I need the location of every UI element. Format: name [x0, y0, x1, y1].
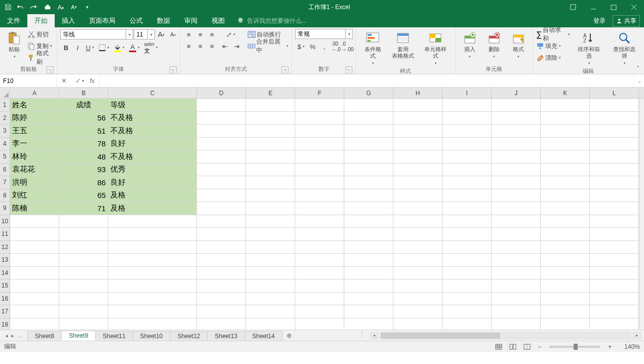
cell-G15[interactable] [344, 279, 393, 293]
cell-D7[interactable] [197, 176, 246, 189]
cell-I10[interactable] [442, 215, 492, 228]
tab-view[interactable]: 视图 [205, 14, 232, 27]
decrease-decimal-button[interactable]: .0→.00 [342, 41, 353, 52]
cell-E6[interactable] [246, 164, 295, 177]
row-header-12[interactable]: 12 [0, 241, 10, 254]
cell-G8[interactable] [344, 189, 393, 203]
cell-E2[interactable] [246, 112, 295, 125]
cell-J4[interactable] [492, 138, 541, 151]
cell-E11[interactable] [246, 228, 295, 241]
sheet-tab-Sheet9[interactable]: Sheet9 [61, 331, 96, 341]
cell-I7[interactable] [442, 176, 492, 189]
align-middle-button[interactable]: ≡ [195, 29, 206, 40]
increase-decimal-button[interactable]: .00→.0 [331, 41, 342, 52]
cell-B17[interactable] [59, 305, 108, 318]
cell-I4[interactable] [442, 138, 492, 151]
alignment-launcher[interactable]: ⤡ [281, 66, 289, 73]
row-header-10[interactable]: 10 [0, 215, 10, 228]
column-header-C[interactable]: C [108, 88, 197, 98]
cell-L4[interactable] [590, 138, 639, 151]
delete-cells-button[interactable]: 删除▾ [483, 29, 505, 60]
cell-B5[interactable]: 48 [59, 150, 108, 164]
cell-L8[interactable] [590, 189, 639, 203]
horizontal-scrollbar[interactable] [380, 332, 631, 339]
cell-B18[interactable] [59, 318, 108, 330]
cell-B7[interactable]: 86 [59, 176, 108, 189]
column-header-A[interactable]: A [10, 88, 59, 98]
cell-K7[interactable] [541, 176, 590, 189]
sheet-tab-Sheet8[interactable]: Sheet8 [27, 331, 62, 341]
cell-H8[interactable] [393, 189, 442, 203]
qat-customize[interactable]: ▾ [81, 2, 93, 13]
column-header-L[interactable]: L [590, 88, 639, 98]
number-launcher[interactable]: ⤡ [345, 66, 352, 73]
cell-I16[interactable] [442, 293, 492, 306]
cell-D15[interactable] [197, 279, 246, 293]
cell-F10[interactable] [295, 215, 344, 228]
cell-K12[interactable] [541, 241, 590, 254]
cell-H5[interactable] [393, 150, 442, 164]
cell-F14[interactable] [295, 267, 344, 280]
cell-A11[interactable] [10, 228, 59, 241]
underline-button[interactable]: U▾ [84, 42, 96, 53]
cell-D10[interactable] [197, 215, 246, 228]
row-header-3[interactable]: 3 [0, 125, 10, 138]
cell-J12[interactable] [492, 241, 541, 254]
tab-file[interactable]: 文件 [0, 14, 27, 27]
cell-A1[interactable]: 姓名 [10, 99, 59, 112]
zoom-out-button[interactable]: − [536, 343, 543, 350]
cell-A15[interactable] [10, 279, 59, 293]
cell-B2[interactable]: 56 [59, 112, 108, 125]
cell-H2[interactable] [393, 112, 442, 125]
cell-H16[interactable] [393, 293, 442, 306]
row-header-7[interactable]: 7 [0, 176, 10, 189]
format-painter-button[interactable]: 格式刷 [27, 52, 54, 63]
cell-C2[interactable]: 不及格 [108, 112, 197, 125]
cell-I18[interactable] [442, 318, 492, 330]
cell-H15[interactable] [393, 279, 442, 293]
cell-H3[interactable] [393, 125, 442, 138]
cell-A14[interactable] [10, 267, 59, 280]
cell-B3[interactable]: 51 [59, 125, 108, 138]
cell-J3[interactable] [492, 125, 541, 138]
cell-L9[interactable] [590, 202, 639, 215]
cell-H7[interactable] [393, 176, 442, 189]
cell-C18[interactable] [108, 318, 197, 330]
cell-F3[interactable] [295, 125, 344, 138]
row-header-13[interactable]: 13 [0, 254, 10, 267]
cell-F4[interactable] [295, 138, 344, 151]
cancel-formula-button[interactable]: ✕ [57, 74, 71, 87]
cell-L12[interactable] [590, 241, 639, 254]
cell-C5[interactable]: 不及格 [108, 150, 197, 164]
cell-E14[interactable] [246, 267, 295, 280]
cell-I1[interactable] [442, 99, 492, 112]
tell-me-search[interactable]: 告诉我您想要做什么... [232, 14, 312, 27]
cell-H10[interactable] [393, 215, 442, 228]
cell-J6[interactable] [492, 164, 541, 177]
cell-G7[interactable] [344, 176, 393, 189]
cell-E4[interactable] [246, 138, 295, 151]
cell-E12[interactable] [246, 241, 295, 254]
tab-layout[interactable]: 页面布局 [82, 14, 123, 27]
sheet-tab-Sheet12[interactable]: Sheet12 [170, 331, 208, 341]
cell-J11[interactable] [492, 228, 541, 241]
cell-B6[interactable]: 93 [59, 164, 108, 177]
cell-K16[interactable] [541, 293, 590, 306]
cell-K11[interactable] [541, 228, 590, 241]
row-header-9[interactable]: 9 [0, 202, 10, 215]
align-right-button[interactable]: ≡ [207, 41, 218, 52]
cell-B1[interactable]: 成绩 [59, 99, 108, 112]
cell-C1[interactable]: 等级 [108, 99, 197, 112]
cell-G13[interactable] [344, 254, 393, 267]
cell-K6[interactable] [541, 164, 590, 177]
save-button[interactable] [2, 2, 14, 13]
column-header-K[interactable]: K [541, 88, 590, 98]
merge-center-button[interactable]: 合并后居中▾ [248, 41, 289, 52]
cell-K13[interactable] [541, 254, 590, 267]
cell-K15[interactable] [541, 279, 590, 293]
cell-H13[interactable] [393, 254, 442, 267]
align-top-button[interactable]: ≡ [183, 29, 194, 40]
format-cells-button[interactable]: 格式▾ [507, 29, 530, 60]
sheet-tab-Sheet14[interactable]: Sheet14 [245, 331, 283, 341]
cell-E15[interactable] [246, 279, 295, 293]
